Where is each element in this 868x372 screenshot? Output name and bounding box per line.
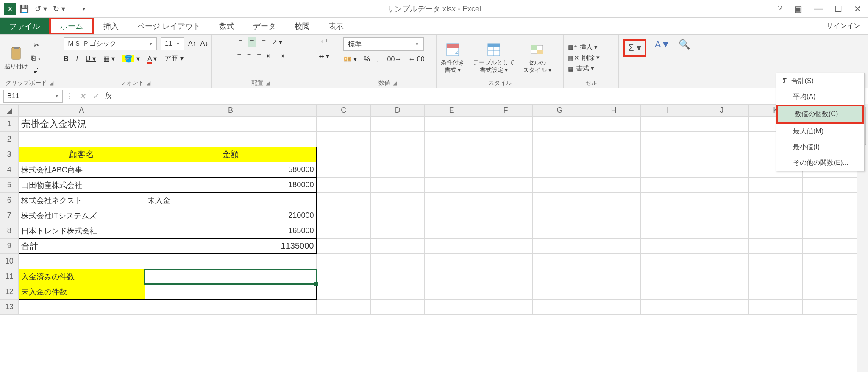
insert-cells-button[interactable]: ▦⁺挿入 ▾ [568,43,600,51]
align-top-icon[interactable]: ≡ [239,38,242,46]
increase-indent-icon[interactable]: ⇥ [278,52,284,60]
sort-filter-button[interactable]: A▼ [655,39,670,50]
col-header-D[interactable]: D [370,105,424,117]
row-header-4[interactable]: 4 [0,162,19,178]
enter-formula-icon[interactable]: ✓ [92,91,99,101]
decrease-indent-icon[interactable]: ⇤ [267,52,273,60]
close-icon[interactable]: ✕ [854,4,861,14]
find-select-button[interactable]: 🔍 [679,39,690,50]
undo-icon[interactable]: ↺ ▾ [35,4,47,14]
merge-center-icon[interactable]: ⬌ ▾ [319,52,329,60]
bold-button[interactable]: B [64,55,69,63]
tab-page-layout[interactable]: ページ レイアウト [128,18,210,34]
menu-item-count[interactable]: 数値の個数(C) [776,105,864,124]
number-format-combo[interactable]: 標準▼ [343,37,424,51]
format-cells-button[interactable]: ▦書式 ▾ [568,64,600,72]
italic-button[interactable]: I [76,55,78,63]
tab-data[interactable]: データ [244,18,285,34]
sign-in-link[interactable]: サインイン [819,18,868,34]
font-name-combo[interactable]: ＭＳ Ｐゴシック▼ [64,37,157,50]
tab-formulas[interactable]: 数式 [210,18,244,34]
cell-B11[interactable] [145,269,317,284]
tab-home[interactable]: ホーム [49,18,94,34]
cell-B12[interactable] [145,284,317,300]
tab-file[interactable]: ファイル [0,18,49,34]
row-header-7[interactable]: 7 [0,208,19,223]
decrease-decimal-icon[interactable]: ←.00 [408,56,424,63]
cell-B9[interactable]: 1135000 [145,239,317,254]
tab-review[interactable]: 校閲 [285,18,319,34]
align-middle-icon[interactable]: ≡ [248,37,256,47]
save-icon[interactable]: 💾 [19,4,29,14]
increase-font-icon[interactable]: A↑ [188,40,196,47]
row-header-6[interactable]: 6 [0,193,19,208]
cell-A12[interactable]: 未入金の件数 [18,284,145,300]
col-header-A[interactable]: A [18,105,145,117]
row-header-2[interactable]: 2 [0,132,19,147]
cancel-formula-icon[interactable]: ✕ [79,91,86,101]
row-header-10[interactable]: 10 [0,254,19,269]
cell-A13[interactable] [18,300,145,315]
cell-A9[interactable]: 合計 [18,239,145,254]
decrease-font-icon[interactable]: A↓ [200,40,209,47]
phonetic-button[interactable]: ア亜 ▾ [164,54,183,63]
conditional-formatting-button[interactable]: ≠ 条件付き 書式 ▾ [441,42,465,74]
clipboard-dialog-launcher[interactable]: ◢ [50,80,53,86]
ribbon-options-icon[interactable]: ▣ [794,4,802,14]
paste-button[interactable]: 貼り付け [4,46,28,70]
row-header-5[interactable]: 5 [0,178,19,193]
cell-B5[interactable]: 180000 [145,178,317,193]
copy-icon[interactable]: ⎘ ▾ [31,54,42,62]
cell-B4[interactable]: 580000 [145,162,317,178]
align-left-icon[interactable]: ≡ [237,52,241,60]
delete-cells-button[interactable]: ▦✕削除 ▾ [568,54,600,62]
comma-format-icon[interactable]: , [377,56,378,63]
tab-view[interactable]: 表示 [319,18,353,34]
percent-format-icon[interactable]: % [364,56,370,63]
col-header-C[interactable]: C [317,105,370,117]
align-right-icon[interactable]: ≡ [257,52,261,60]
menu-item-min[interactable]: 最小値(I) [776,139,864,155]
cell-A7[interactable]: 株式会社ITシステムズ [18,208,145,223]
cell-A3[interactable]: 顧客名 [18,147,145,162]
row-header-1[interactable]: 1 [0,117,19,132]
cell-A6[interactable]: 株式会社ネクスト [18,193,145,208]
align-bottom-icon[interactable]: ≡ [262,38,265,46]
cell-A5[interactable]: 山田物産株式会社 [18,178,145,193]
format-as-table-button[interactable]: テーブルとして 書式設定 ▾ [473,42,515,74]
cell-B6[interactable]: 未入金 [145,193,317,208]
increase-decimal-icon[interactable]: .00→ [385,56,401,63]
menu-item-more-functions[interactable]: その他の関数(E)... [776,155,864,171]
orientation-icon[interactable]: ⤢ ▾ [272,38,282,46]
format-painter-icon[interactable]: 🖌 [33,67,40,75]
cell-A4[interactable]: 株式会社ABC商事 [18,162,145,178]
col-header-G[interactable]: G [533,105,587,117]
fill-color-button[interactable]: 🪣 ▾ [122,55,139,63]
row-header-3[interactable]: 3 [0,147,19,162]
tab-insert[interactable]: 挿入 [94,18,128,34]
cell-A11[interactable]: 入金済みの件数 [18,269,145,284]
row-header-11[interactable]: 11 [0,269,19,284]
fx-icon[interactable]: fx [105,91,112,101]
menu-item-max[interactable]: 最大値(M) [776,124,864,139]
border-button[interactable]: ▦ ▾ [103,55,115,63]
autosum-button[interactable]: Σ ▾ [623,39,646,57]
col-header-F[interactable]: F [479,105,532,117]
redo-icon[interactable]: ↻ ▾ [53,4,65,14]
qat-customize-icon[interactable]: ▾ [83,6,85,12]
row-header-8[interactable]: 8 [0,223,19,239]
cell-A10[interactable] [18,254,145,269]
accounting-format-icon[interactable]: 💴 ▾ [343,55,357,63]
row-header-12[interactable]: 12 [0,284,19,300]
col-header-H[interactable]: H [587,105,640,117]
cell-A8[interactable]: 日本トレンド株式会社 [18,223,145,239]
cell-styles-button[interactable]: セルの スタイル ▾ [523,42,551,74]
font-dialog-launcher[interactable]: ◢ [147,80,150,86]
row-header-9[interactable]: 9 [0,239,19,254]
col-header-I[interactable]: I [641,105,695,117]
col-header-B[interactable]: B [145,105,317,117]
wrap-text-icon[interactable]: ⏎ [321,37,327,45]
menu-item-average[interactable]: 平均(A) [776,89,864,105]
number-dialog-launcher[interactable]: ◢ [393,80,397,86]
row-header-13[interactable]: 13 [0,300,19,315]
